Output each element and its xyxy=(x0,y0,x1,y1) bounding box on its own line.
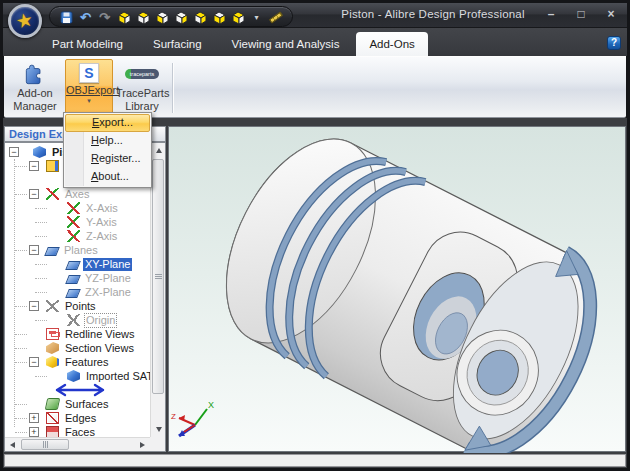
window-title: Piston - Alibre Design Professional xyxy=(303,8,563,20)
view-cube-icon[interactable] xyxy=(192,10,207,25)
tree-item-surfaces[interactable]: Surfaces xyxy=(5,397,150,411)
view-cube-icon[interactable] xyxy=(230,10,245,25)
objexport-button[interactable]: S OBJExport ▾ xyxy=(65,59,113,117)
traceparts-logo-icon: traceparts xyxy=(125,69,159,79)
view-cube-icon[interactable] xyxy=(173,10,188,25)
ribbon-panel: Add-on Manager S OBJExport ▾ traceparts … xyxy=(4,56,626,118)
model-viewport[interactable]: X Z xyxy=(168,126,626,452)
dropdown-caret-icon: ▾ xyxy=(66,97,112,104)
traceparts-library-button[interactable]: traceparts TraceParts Library xyxy=(116,59,168,117)
part-icon xyxy=(33,146,46,158)
tab-add-ons[interactable]: Add-Ons xyxy=(356,32,427,56)
tree-item-faces[interactable]: Faces xyxy=(5,425,150,437)
expand-toggle[interactable] xyxy=(29,161,39,171)
plane-icon xyxy=(65,289,81,298)
tree-item-planes[interactable]: Planes xyxy=(5,243,150,257)
view-cube-icon[interactable] xyxy=(135,10,150,25)
views-dropdown-icon[interactable]: ▾ xyxy=(249,10,264,25)
piston-model: X Z xyxy=(169,127,627,453)
tree-item-y-axis[interactable]: Y-Axis xyxy=(5,215,150,229)
tree-item-points[interactable]: Points xyxy=(5,299,150,313)
scroll-left-button[interactable] xyxy=(5,438,20,452)
orientation-triad: X Z xyxy=(171,400,214,436)
tree-item-yz-plane[interactable]: YZ-Plane xyxy=(5,271,150,285)
scroll-down-button[interactable] xyxy=(151,422,166,437)
points-icon xyxy=(46,300,59,312)
planes-icon xyxy=(44,247,60,256)
app-logo-button[interactable]: ★ xyxy=(8,4,42,38)
quick-access-toolbar: ↶ ↷ ▾ xyxy=(49,6,293,27)
ribbon-collapse-button[interactable] xyxy=(591,40,601,48)
menu-item-help[interactable]: Help... xyxy=(65,132,150,150)
tab-surfacing[interactable]: Surfacing xyxy=(140,32,215,56)
tree-item-origin[interactable]: Origin xyxy=(5,313,150,327)
axis-icon xyxy=(67,230,80,242)
plane-icon xyxy=(65,261,81,270)
axis-icon xyxy=(67,202,80,214)
view-cube-icon[interactable] xyxy=(211,10,226,25)
tree-item-axes[interactable]: Axes xyxy=(5,187,150,201)
redo-icon[interactable]: ↷ xyxy=(97,10,112,25)
tree-item-z-axis[interactable]: Z-Axis xyxy=(5,229,150,243)
ribbon-group-divider xyxy=(172,63,173,113)
puzzle-piece-icon xyxy=(8,61,62,87)
menu-item-register[interactable]: Register... xyxy=(65,150,150,168)
menu-item-export[interactable]: Export... xyxy=(65,114,150,132)
tree-item-zx-plane[interactable]: ZX-Plane xyxy=(5,285,150,299)
redline-views-icon xyxy=(46,328,59,340)
tree-item-x-axis[interactable]: X-Axis xyxy=(5,201,150,215)
axes-icon xyxy=(46,188,59,200)
addon-manager-button[interactable]: Add-on Manager xyxy=(8,59,62,117)
expand-toggle[interactable] xyxy=(29,357,39,367)
part-icon xyxy=(67,370,80,382)
close-button[interactable]: × xyxy=(603,7,619,21)
surfaces-icon xyxy=(45,398,61,410)
tree-item-redline-views[interactable]: Redline Views xyxy=(5,327,150,341)
faces-icon xyxy=(46,426,59,437)
edges-icon xyxy=(46,412,59,424)
titlebar: ↶ ↷ ▾ Piston - Alibre Design Professiona… xyxy=(3,3,627,28)
configuration-icon xyxy=(46,160,59,172)
view-cube-icon[interactable] xyxy=(154,10,169,25)
tree-item-edges[interactable]: Edges xyxy=(5,411,150,425)
tree-item-section-views[interactable]: Section Views xyxy=(5,341,150,355)
section-views-icon xyxy=(46,342,59,354)
objexport-s-icon: S xyxy=(79,63,99,83)
tab-viewing-and-analysis[interactable]: Viewing and Analysis xyxy=(219,32,353,56)
scrollbar-corner xyxy=(150,437,165,451)
expand-toggle[interactable] xyxy=(29,413,39,423)
scroll-up-button[interactable] xyxy=(151,143,166,158)
tree-item-xy-plane[interactable]: XY-Plane xyxy=(5,257,150,271)
scrollbar-thumb[interactable] xyxy=(152,159,164,394)
view-cube-icon[interactable] xyxy=(116,10,131,25)
status-bar xyxy=(4,454,626,467)
tree-horizontal-scrollbar[interactable] xyxy=(5,437,150,451)
menu-item-about[interactable]: About... xyxy=(65,168,150,186)
application-window: { "window": { "title": "Piston - Alibre … xyxy=(0,0,630,471)
minimize-button[interactable]: – xyxy=(543,7,559,21)
maximize-button[interactable]: □ xyxy=(573,7,589,21)
expand-toggle[interactable] xyxy=(29,301,39,311)
ribbon-tab-bar: Part Modeling Surfacing Viewing and Anal… xyxy=(3,28,627,56)
scrollbar-thumb[interactable] xyxy=(21,439,69,450)
tree-item-features[interactable]: Features xyxy=(5,355,150,369)
plane-icon xyxy=(65,275,81,284)
help-button[interactable]: ? xyxy=(607,36,621,50)
triad-z-label: Z xyxy=(171,412,176,421)
save-icon[interactable] xyxy=(59,10,74,25)
expand-toggle[interactable] xyxy=(29,245,39,255)
tree-item-imported-sat-file[interactable]: Imported SAT file: C xyxy=(5,369,150,383)
undo-icon[interactable]: ↶ xyxy=(78,10,93,25)
tree-vertical-scrollbar[interactable] xyxy=(150,143,165,437)
scroll-right-button[interactable] xyxy=(135,438,150,452)
measure-icon[interactable] xyxy=(268,10,283,25)
point-icon xyxy=(67,314,80,326)
tab-part-modeling[interactable]: Part Modeling xyxy=(39,32,136,56)
objexport-dropdown-menu: Export... Help... Register... About... xyxy=(63,112,152,188)
design-explorer-tree: Piston Axes X-Axis Y-Axis xyxy=(4,142,166,452)
rollback-marker[interactable] xyxy=(5,383,150,397)
expand-toggle[interactable] xyxy=(9,147,19,157)
expand-toggle[interactable] xyxy=(29,189,39,199)
expand-toggle[interactable] xyxy=(29,427,39,437)
axis-icon xyxy=(67,216,80,228)
